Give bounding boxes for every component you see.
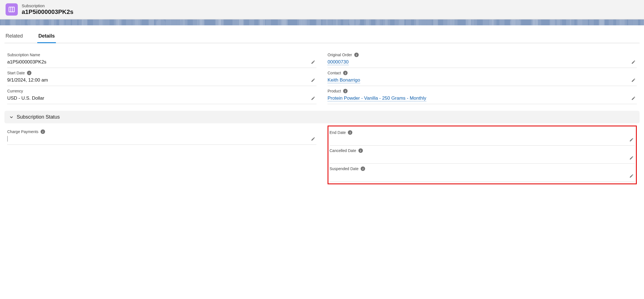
entity-type-label: Subscription (22, 3, 73, 8)
edit-icon[interactable] (628, 173, 635, 179)
info-icon[interactable]: i (27, 71, 31, 75)
svg-rect-0 (9, 7, 14, 12)
info-icon[interactable]: i (343, 89, 348, 93)
edit-icon[interactable] (310, 77, 316, 84)
link-contact[interactable]: Keith Bonarrigo (328, 77, 360, 83)
field-cancelled-date: Cancelled Date i (330, 146, 635, 164)
section-toggle-subscription-status[interactable]: Subscription Status (4, 111, 640, 123)
field-charge-payments: Charge Payments i (7, 127, 316, 145)
label-suspended-date: Suspended Date (330, 166, 358, 171)
chevron-down-icon (9, 115, 14, 120)
details-grid: Subscription Name a1P5i000003PK2s Start … (4, 50, 640, 104)
label-currency: Currency (7, 89, 23, 93)
edit-icon[interactable] (630, 77, 637, 84)
label-subscription-name: Subscription Name (7, 53, 40, 57)
label-product: Product (328, 89, 341, 93)
link-original-order[interactable]: 00000730 (328, 59, 349, 65)
tab-related[interactable]: Related (4, 30, 24, 43)
label-charge-payments: Charge Payments (7, 129, 38, 134)
label-cancelled-date: Cancelled Date (330, 148, 356, 153)
label-original-order: Original Order (328, 53, 352, 57)
checkbox-charge-payments[interactable] (7, 136, 8, 142)
info-icon[interactable]: i (358, 148, 363, 153)
status-grid: Charge Payments i End Date i (4, 127, 640, 184)
edit-icon[interactable] (628, 136, 635, 143)
field-original-order: Original Order i 00000730 (328, 50, 637, 68)
info-icon[interactable]: i (348, 130, 352, 135)
edit-icon[interactable] (310, 95, 316, 102)
field-start-date: Start Date i 9/1/2024, 12:00 am (7, 68, 316, 86)
label-start-date: Start Date (7, 71, 25, 75)
edit-icon[interactable] (310, 59, 316, 65)
link-product[interactable]: Protein Powder - Vanilla - 250 Grams - M… (328, 95, 426, 101)
info-icon[interactable]: i (361, 166, 365, 171)
edit-icon[interactable] (630, 95, 637, 102)
info-icon[interactable]: i (41, 129, 45, 134)
value-currency: USD - U.S. Dollar (7, 95, 310, 101)
info-icon[interactable]: i (343, 71, 348, 75)
field-end-date: End Date i (330, 128, 635, 146)
page-header: Subscription a1P5i000003PK2s (0, 0, 644, 19)
edit-icon[interactable] (310, 136, 316, 142)
edit-icon[interactable] (630, 59, 637, 65)
highlighted-dates-box: End Date i Cancelled Date i (328, 126, 637, 184)
field-product: Product i Protein Powder - Vanilla - 250… (328, 86, 637, 104)
field-currency: Currency USD - U.S. Dollar (7, 86, 316, 104)
field-subscription-name: Subscription Name a1P5i000003PK2s (7, 50, 316, 68)
value-subscription-name: a1P5i000003PK2s (7, 59, 310, 65)
info-icon[interactable]: i (354, 53, 359, 57)
label-end-date: End Date (330, 130, 346, 135)
label-contact: Contact (328, 71, 341, 75)
field-contact: Contact i Keith Bonarrigo (328, 68, 637, 86)
tab-details[interactable]: Details (37, 30, 56, 43)
section-title: Subscription Status (17, 114, 60, 120)
subscription-icon (6, 3, 18, 16)
field-suspended-date: Suspended Date i (330, 164, 635, 182)
edit-icon[interactable] (628, 155, 635, 161)
tab-bar: Related Details (4, 30, 640, 43)
entity-name: a1P5i000003PK2s (22, 8, 73, 16)
decorative-band (0, 19, 644, 25)
value-start-date: 9/1/2024, 12:00 am (7, 77, 310, 83)
